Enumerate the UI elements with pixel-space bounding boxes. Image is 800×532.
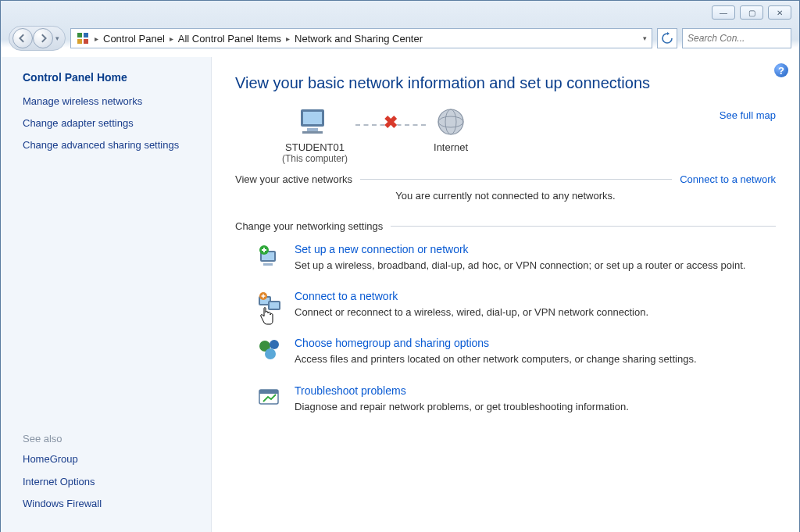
nav-history-buttons: ▾ bbox=[9, 26, 66, 51]
svg-rect-8 bbox=[307, 128, 318, 131]
change-settings-label: Change your networking settings bbox=[235, 220, 383, 232]
history-dropdown-icon[interactable]: ▾ bbox=[53, 34, 62, 42]
breadcrumb[interactable]: ▸ Control Panel ▸ All Control Panel Item… bbox=[70, 28, 652, 48]
chevron-right-icon: ▸ bbox=[170, 34, 173, 43]
back-button[interactable] bbox=[12, 28, 33, 48]
breadcrumb-dropdown-icon[interactable]: ▾ bbox=[643, 34, 647, 42]
connect-to-network-link[interactable]: Connect to a network bbox=[680, 173, 776, 185]
network-map: STUDENT01 (This computer) ✖ Internet bbox=[235, 106, 776, 164]
crumb-network-sharing[interactable]: Network and Sharing Center bbox=[295, 33, 423, 45]
forward-button[interactable] bbox=[33, 28, 53, 48]
maximize-button[interactable]: ▢ bbox=[740, 5, 763, 20]
address-bar: ▾ ▸ Control Panel ▸ All Control Panel It… bbox=[1, 23, 799, 57]
sidebar-link-adapter[interactable]: Change adapter settings bbox=[23, 116, 197, 130]
window-controls: — ▢ ✕ bbox=[712, 5, 791, 21]
sidebar-link-advanced-sharing[interactable]: Change advanced sharing settings bbox=[23, 138, 197, 152]
search-input[interactable] bbox=[688, 33, 800, 44]
refresh-button[interactable] bbox=[657, 28, 677, 48]
svg-rect-27 bbox=[259, 390, 278, 394]
computer-icon bbox=[296, 106, 334, 137]
see-also-windows-firewall[interactable]: Windows Firewall bbox=[23, 497, 197, 511]
setup-connection-icon bbox=[257, 243, 284, 270]
task-homegroup-sharing[interactable]: Choose homegroup and sharing options Acc… bbox=[235, 337, 776, 366]
task-desc: Set up a wireless, broadband, dial-up, a… bbox=[295, 259, 776, 273]
task-title[interactable]: Choose homegroup and sharing options bbox=[295, 337, 776, 349]
title-bar: — ▢ ✕ bbox=[1, 1, 799, 23]
internet-label: Internet bbox=[434, 141, 468, 153]
task-desc: Diagnose and repair network problems, or… bbox=[295, 400, 776, 414]
svg-rect-16 bbox=[263, 263, 273, 266]
page-title: View your basic network information and … bbox=[235, 74, 776, 92]
network-status-text: You are currently not connected to any n… bbox=[235, 190, 776, 202]
change-settings-header: Change your networking settings bbox=[235, 220, 776, 232]
task-troubleshoot[interactable]: Troubleshoot problems Diagnose and repai… bbox=[235, 384, 776, 414]
network-sharing-center-window: — ▢ ✕ ▾ ▸ Control Pa bbox=[0, 0, 800, 532]
disconnected-icon: ✖ bbox=[384, 112, 398, 133]
computer-name: STUDENT01 bbox=[282, 141, 348, 153]
minimize-button[interactable]: — bbox=[712, 5, 735, 20]
control-panel-home-link[interactable]: Control Panel Home bbox=[23, 71, 197, 84]
chevron-right-icon: ▸ bbox=[286, 34, 290, 43]
map-internet: Internet bbox=[434, 106, 468, 153]
see-also-internet-options[interactable]: Internet Options bbox=[23, 475, 197, 489]
task-setup-connection[interactable]: Set up a new connection or network Set u… bbox=[235, 243, 776, 273]
see-also-homegroup[interactable]: HomeGroup bbox=[23, 452, 197, 466]
help-icon[interactable]: ? bbox=[774, 63, 788, 77]
task-connect-network[interactable]: Connect to a network Connect or reconnec… bbox=[235, 290, 776, 320]
svg-rect-0 bbox=[77, 33, 82, 37]
svg-rect-9 bbox=[302, 131, 323, 134]
map-connection: ✖ bbox=[348, 106, 434, 144]
svg-rect-2 bbox=[77, 39, 82, 44]
see-also-section: See also HomeGroup Internet Options Wind… bbox=[23, 433, 197, 519]
computer-sub: (This computer) bbox=[282, 153, 348, 164]
sidebar-link-wireless[interactable]: Manage wireless networks bbox=[23, 95, 197, 109]
body-area: Control Panel Home Manage wireless netwo… bbox=[1, 57, 799, 532]
crumb-all-items[interactable]: All Control Panel Items bbox=[178, 33, 281, 45]
svg-rect-7 bbox=[303, 112, 322, 124]
active-networks-label: View your active networks bbox=[235, 173, 352, 185]
homegroup-icon bbox=[257, 337, 284, 363]
map-computer: STUDENT01 (This computer) bbox=[282, 106, 348, 164]
see-also-label: See also bbox=[23, 433, 197, 445]
close-button[interactable]: ✕ bbox=[768, 5, 791, 20]
task-title[interactable]: Troubleshoot problems bbox=[295, 384, 776, 397]
task-desc: Access files and printers located on oth… bbox=[295, 352, 776, 366]
svg-rect-1 bbox=[84, 33, 88, 37]
task-title[interactable]: Connect to a network bbox=[295, 290, 776, 302]
chevron-right-icon: ▸ bbox=[95, 34, 98, 43]
globe-icon bbox=[434, 106, 468, 137]
see-full-map-link[interactable]: See full map bbox=[720, 109, 776, 121]
cursor-hand-icon bbox=[259, 307, 274, 330]
sidebar: Control Panel Home Manage wireless netwo… bbox=[1, 57, 212, 532]
task-title[interactable]: Set up a new connection or network bbox=[295, 243, 776, 255]
svg-point-25 bbox=[265, 348, 276, 359]
troubleshoot-icon bbox=[257, 384, 284, 411]
control-panel-icon bbox=[76, 31, 90, 45]
svg-point-24 bbox=[270, 340, 279, 349]
crumb-control-panel[interactable]: Control Panel bbox=[103, 33, 165, 45]
search-box[interactable] bbox=[682, 28, 791, 48]
svg-rect-3 bbox=[84, 39, 88, 44]
task-desc: Connect or reconnect to a wireless, wire… bbox=[295, 305, 776, 320]
active-networks-header: View your active networks Connect to a n… bbox=[235, 173, 776, 185]
main-content: ? View your basic network information an… bbox=[212, 57, 799, 532]
